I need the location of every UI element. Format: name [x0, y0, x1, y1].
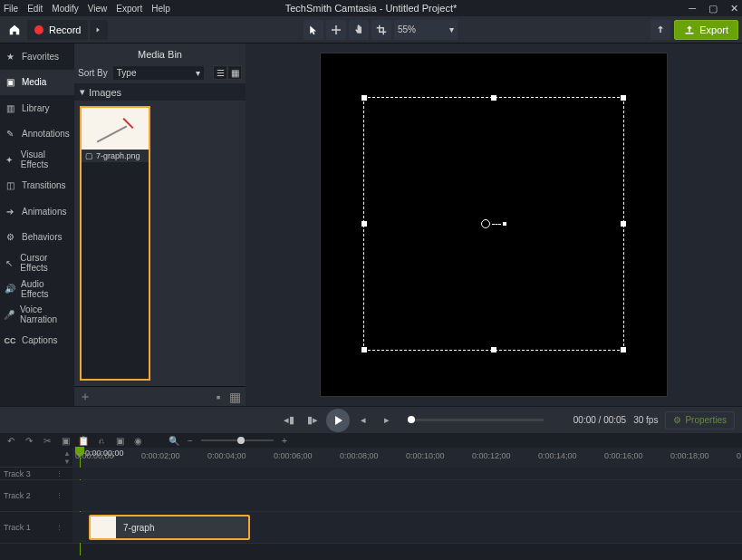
resize-handle[interactable] — [361, 221, 367, 227]
zoom-in-button[interactable]: + — [279, 436, 290, 446]
menu-edit[interactable]: Edit — [27, 4, 43, 14]
image-icon: ▢ — [85, 151, 93, 160]
sidebar-item-animations[interactable]: ➔Animations — [0, 198, 74, 225]
zoom-slider[interactable] — [201, 439, 274, 441]
playback-time: 00:00 / 00:05 — [573, 415, 626, 425]
media-grid-button[interactable]: ▦ — [227, 390, 242, 404]
sidebar-item-label: Cursor Effects — [20, 253, 71, 273]
zoom-select[interactable]: 55% ▾ — [394, 20, 458, 40]
timeline-clip[interactable]: 7-graph — [89, 515, 250, 540]
record-button[interactable]: Record — [27, 20, 88, 40]
track-label[interactable]: Track 3 — [0, 468, 56, 479]
prev-button[interactable]: ◂ — [353, 410, 373, 430]
crop-tool[interactable] — [371, 20, 391, 40]
star-icon: ★ — [4, 50, 16, 63]
sidebar-item-voice-narration[interactable]: 🎤Voice Narration — [0, 302, 74, 328]
menu-modify[interactable]: Modify — [52, 4, 78, 14]
window-title: TechSmith Camtasia - Untitled Project* — [285, 3, 458, 14]
prev-frame-button[interactable]: ◂▮ — [279, 410, 299, 430]
rotate-handle[interactable] — [481, 219, 506, 228]
sidebar-item-media[interactable]: ▣Media — [0, 70, 74, 96]
properties-button[interactable]: ⚙Properties — [665, 411, 735, 430]
sidebar-item-label: Transitions — [22, 180, 66, 190]
undo-button[interactable]: ↶ — [5, 436, 16, 446]
canvas[interactable] — [320, 53, 668, 397]
zoom-value: 55% — [398, 24, 416, 34]
sidebar-item-label: Animations — [22, 207, 66, 217]
split-button[interactable]: ⎌ — [96, 436, 107, 446]
mediabin-section[interactable]: ▾Images — [74, 83, 246, 101]
playback-slider[interactable] — [408, 419, 544, 421]
tick-label: 0:00:02;00 — [141, 451, 180, 460]
sidebar-item-annotations[interactable]: ✎Annotations — [0, 121, 74, 148]
chevron-down-icon: ▾ — [449, 24, 454, 34]
resize-handle[interactable] — [361, 95, 367, 101]
marker-button[interactable]: ▣ — [114, 436, 125, 446]
view-grid-button[interactable]: ▦ — [227, 65, 242, 80]
media-options-button[interactable]: ▪ — [211, 390, 226, 404]
play-button[interactable] — [326, 409, 350, 432]
tick-label: 0:00:04;00 — [207, 451, 246, 460]
maximize-icon[interactable]: ▢ — [708, 3, 718, 14]
redo-button[interactable]: ↷ — [24, 436, 34, 446]
timeline-scroll[interactable]: ▲▼ — [63, 449, 71, 466]
minimize-icon[interactable]: ─ — [689, 3, 696, 14]
sidebar-item-label: Audio Effects — [21, 279, 71, 299]
zoom-out-button[interactable]: − — [185, 436, 196, 446]
cut-button[interactable]: ✂ — [42, 436, 53, 446]
copy-button[interactable]: ▣ — [60, 436, 71, 446]
record-marker[interactable]: ◉ — [132, 436, 143, 446]
sidebar-item-visual-effects[interactable]: ✦Visual Effects — [0, 147, 74, 173]
resize-handle[interactable] — [621, 347, 626, 352]
properties-label: Properties — [685, 415, 727, 425]
track-options[interactable]: ⋮ — [56, 480, 72, 511]
track-options[interactable]: ⋮ — [56, 468, 72, 479]
home-button[interactable] — [4, 19, 25, 41]
export-button[interactable]: Export — [674, 20, 738, 40]
sidebar-item-label: Captions — [22, 335, 57, 345]
add-media-button[interactable]: ＋ — [78, 390, 92, 404]
select-tool[interactable] — [304, 20, 323, 40]
zoom-icon[interactable]: 🔍 — [169, 436, 179, 446]
record-dropdown[interactable] — [90, 20, 108, 40]
track-label[interactable]: Track 2 — [0, 480, 56, 511]
track-body[interactable]: 7-graph — [72, 512, 742, 543]
menu-export[interactable]: Export — [116, 4, 142, 14]
sort-select[interactable]: Type▾ — [113, 66, 204, 80]
close-icon[interactable]: ✕ — [730, 3, 738, 14]
menu-file[interactable]: File — [4, 4, 18, 14]
menu-view[interactable]: View — [88, 4, 108, 14]
hand-tool[interactable] — [349, 20, 369, 40]
sidebar-item-label: Voice Narration — [20, 304, 71, 324]
timeline-ruler[interactable]: 0:00:00;00 0:00:00;00 0:00:02;00 0:00:04… — [72, 448, 742, 468]
track-body[interactable] — [72, 480, 742, 511]
paste-button[interactable]: 📋 — [78, 436, 89, 446]
sidebar-item-favorites[interactable]: ★Favorites — [0, 43, 74, 70]
sidebar-item-captions[interactable]: CCCaptions — [0, 328, 74, 354]
sidebar-item-cursor-effects[interactable]: ↖Cursor Effects — [0, 250, 74, 276]
next-button[interactable]: ▸ — [377, 410, 397, 430]
view-list-button[interactable]: ☰ — [213, 65, 227, 80]
track-body[interactable] — [72, 468, 742, 479]
resize-handle[interactable] — [361, 347, 367, 352]
resize-handle[interactable] — [491, 347, 496, 352]
sidebar-item-behaviors[interactable]: ⚙Behaviors — [0, 225, 74, 251]
resize-handle[interactable] — [621, 221, 626, 227]
menu-help[interactable]: Help — [151, 4, 170, 14]
track-options[interactable]: ⋮ — [56, 512, 72, 543]
selection-rect[interactable] — [363, 97, 624, 351]
sidebar-item-label: Media — [22, 77, 46, 87]
thumbnail-label: 7-graph.png — [96, 151, 140, 160]
library-icon: ▥ — [4, 101, 16, 114]
share-button[interactable] — [650, 20, 670, 40]
step-button[interactable]: ▮▸ — [303, 410, 323, 430]
resize-handle[interactable] — [491, 95, 496, 101]
sidebar-item-transitions[interactable]: ◫Transitions — [0, 173, 74, 199]
sidebar-item-library[interactable]: ▥Library — [0, 95, 74, 121]
sidebar-item-audio-effects[interactable]: 🔊Audio Effects — [0, 276, 74, 303]
resize-handle[interactable] — [621, 95, 626, 101]
cursor-icon: ↖ — [4, 256, 14, 269]
move-tool[interactable] — [326, 20, 346, 40]
media-thumbnail[interactable]: ▢7-graph.png — [80, 106, 150, 381]
track-label[interactable]: Track 1 — [0, 512, 56, 543]
